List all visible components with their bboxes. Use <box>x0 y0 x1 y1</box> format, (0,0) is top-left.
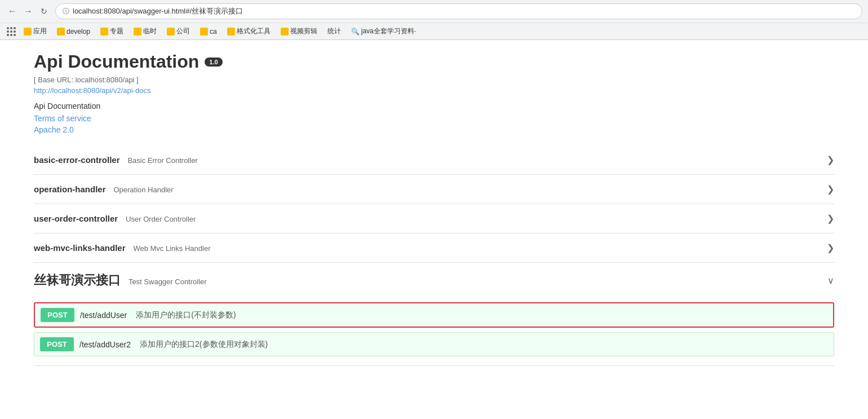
terms-of-service-link[interactable]: Terms of service <box>34 114 834 123</box>
bookmark-label: 视频剪辑 <box>290 27 317 36</box>
bookmark-video[interactable]: 视频剪辑 <box>277 25 321 37</box>
chevron-right-icon: ❯ <box>827 155 834 165</box>
lock-icon: ⓘ <box>63 7 69 16</box>
bookmark-label: 应用 <box>33 27 47 36</box>
api-links: Terms of service Apache 2.0 <box>34 114 834 134</box>
controller-name-row: 丝袜哥演示接口 Test Swagger Controller <box>34 272 207 289</box>
bookmark-label: 公司 <box>176 27 190 36</box>
api-docs-link[interactable]: http://localhost:8080/api/v2/api-docs <box>34 86 834 95</box>
controllers-section: basic-error-controller Basic Error Contr… <box>34 145 834 366</box>
controller-row-basic-error[interactable]: basic-error-controller Basic Error Contr… <box>34 145 834 175</box>
bookmark-label: develop <box>67 28 90 36</box>
api-header: Api Documentation 1.0 [ Base URL: localh… <box>34 51 834 134</box>
bookmark-develop[interactable]: develop <box>54 27 94 37</box>
base-url: [ Base URL: localhost:8080/api ] <box>34 76 834 84</box>
browser-chrome: ← → ↻ ⓘ localhost:8080/api/swagger-ui.ht… <box>0 0 868 40</box>
bookmark-folder-icon <box>100 28 108 36</box>
endpoint-summary: 添加用户的接口(不封装参数) <box>136 310 236 320</box>
bookmark-label: 统计 <box>327 27 341 36</box>
back-button[interactable]: ← <box>6 5 19 18</box>
controller-desc: Web Mvc Links Handler <box>133 244 210 253</box>
controller-row-user-order[interactable]: user-order-controller User Order Control… <box>34 204 834 233</box>
controller-name-row: basic-error-controller Basic Error Contr… <box>34 155 198 165</box>
controller-row-web-mvc-links[interactable]: web-mvc-links-handler Web Mvc Links Hand… <box>34 233 834 263</box>
bookmark-java[interactable]: 🔍 java全套学习资料· <box>348 25 419 37</box>
method-badge-post: POST <box>40 337 74 351</box>
refresh-icon: ↻ <box>41 7 47 16</box>
forward-button[interactable]: → <box>21 5 35 18</box>
endpoint-item-add-user2[interactable]: POST /test/addUser2 添加用户的接口2(参数使用对象封装) <box>34 332 834 356</box>
bookmark-apps[interactable]: 应用 <box>20 25 50 37</box>
bookmark-folder-icon <box>281 28 289 36</box>
controller-name: basic-error-controller <box>34 155 120 165</box>
bookmark-folder-icon <box>200 28 208 36</box>
bookmark-formatter[interactable]: 格式化工具 <box>224 25 274 37</box>
bookmarks-bar: 应用 develop 专题 临时 公司 ca 格式化工具 视频剪辑 <box>0 23 868 39</box>
controller-name-chinese: 丝袜哥演示接口 <box>34 273 121 287</box>
url-text: localhost:8080/api/swagger-ui.html#/丝袜哥演… <box>73 6 243 16</box>
endpoint-item-add-user[interactable]: POST /test/addUser 添加用户的接口(不封装参数) <box>34 302 834 328</box>
controller-name-row: web-mvc-links-handler Web Mvc Links Hand… <box>34 243 210 253</box>
controller-desc: User Order Controller <box>126 215 196 223</box>
endpoints-container: POST /test/addUser 添加用户的接口(不封装参数) POST /… <box>34 298 834 365</box>
api-description: Api Documentation <box>34 102 834 111</box>
version-badge: 1.0 <box>205 58 222 67</box>
controller-name: web-mvc-links-handler <box>34 243 126 253</box>
bookmark-label: 专题 <box>110 27 123 36</box>
browser-toolbar: ← → ↻ ⓘ localhost:8080/api/swagger-ui.ht… <box>0 0 868 23</box>
controller-expanded-header[interactable]: 丝袜哥演示接口 Test Swagger Controller ∨ <box>34 263 834 298</box>
controller-name-row: user-order-controller User Order Control… <box>34 214 196 223</box>
api-title: Api Documentation <box>34 51 199 72</box>
refresh-button[interactable]: ↻ <box>37 5 51 18</box>
controller-name-row: operation-handler Operation Handler <box>34 184 174 194</box>
bookmark-stats[interactable]: 统计 <box>324 25 344 37</box>
bookmark-label: java全套学习资料· <box>361 27 416 36</box>
bookmark-linshi[interactable]: 临时 <box>130 25 160 37</box>
bookmark-folder-icon <box>167 28 175 36</box>
controller-desc-english: Test Swagger Controller <box>129 277 207 286</box>
bookmark-folder-icon <box>227 28 235 36</box>
address-bar[interactable]: ⓘ localhost:8080/api/swagger-ui.html#/丝袜… <box>55 3 862 19</box>
endpoint-path: /test/addUser <box>80 311 127 320</box>
bookmark-label: ca <box>210 28 217 36</box>
chevron-right-icon: ❯ <box>827 213 834 224</box>
bookmark-folder-icon <box>24 28 32 36</box>
bookmark-java-icon: 🔍 <box>351 28 360 36</box>
controller-section-siwage: 丝袜哥演示接口 Test Swagger Controller ∨ POST /… <box>34 263 834 366</box>
controller-name: operation-handler <box>34 184 106 194</box>
chevron-right-icon: ❯ <box>827 242 834 253</box>
bookmark-folder-icon <box>134 28 141 36</box>
endpoint-path: /test/addUser2 <box>79 340 131 349</box>
api-title-row: Api Documentation 1.0 <box>34 51 834 72</box>
apps-grid-icon[interactable] <box>6 26 17 37</box>
main-content: Api Documentation 1.0 [ Base URL: localh… <box>0 40 868 377</box>
back-icon: ← <box>8 6 17 16</box>
chevron-right-icon: ❯ <box>827 184 834 195</box>
license-link[interactable]: Apache 2.0 <box>34 125 834 134</box>
controller-name: user-order-controller <box>34 214 118 223</box>
bookmark-label: 临时 <box>143 27 157 36</box>
bookmark-zhuanti[interactable]: 专题 <box>97 25 127 37</box>
controller-desc: Operation Handler <box>113 186 173 194</box>
controller-row-operation-handler[interactable]: operation-handler Operation Handler ❯ <box>34 175 834 204</box>
forward-icon: → <box>24 6 33 16</box>
bookmark-ca[interactable]: ca <box>197 27 220 37</box>
endpoint-summary: 添加用户的接口2(参数使用对象封装) <box>140 339 268 350</box>
bookmark-label: 格式化工具 <box>237 27 271 36</box>
controller-desc: Basic Error Controller <box>127 156 197 165</box>
bookmark-folder-icon <box>57 28 65 36</box>
chevron-down-icon: ∨ <box>827 275 834 286</box>
nav-buttons: ← → ↻ <box>6 5 51 18</box>
bookmark-company[interactable]: 公司 <box>163 25 193 37</box>
method-badge-post: POST <box>41 308 74 322</box>
